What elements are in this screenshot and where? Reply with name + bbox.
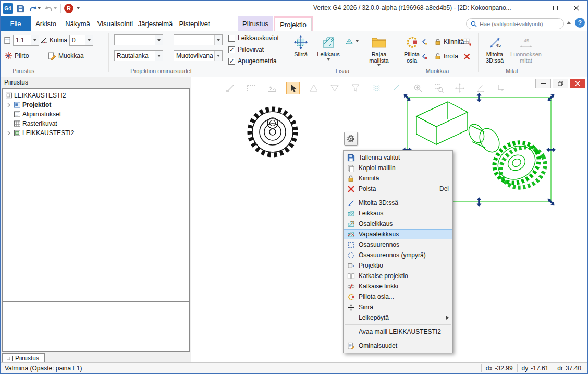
detach-prev-button[interactable] bbox=[421, 51, 431, 62]
zoom-in-tool-icon[interactable] bbox=[411, 82, 425, 94]
quick-settings-gear-button[interactable] bbox=[344, 132, 358, 146]
save-icon bbox=[346, 153, 356, 162]
undo-button[interactable] bbox=[28, 3, 41, 14]
expander-chevron-icon[interactable] bbox=[6, 131, 12, 136]
layers-tool-icon[interactable] bbox=[390, 82, 404, 94]
context-menu-item-piilota-osia[interactable]: Piilota osia... bbox=[344, 292, 452, 302]
context-menu-item-avaa-malli[interactable]: Avaa malli LEIKKAUSTESTI2 bbox=[344, 327, 452, 337]
cone-tool-icon[interactable] bbox=[328, 82, 341, 94]
angle-select[interactable]: 0 bbox=[69, 35, 93, 46]
tree-item-alipiirustukset[interactable]: Alipiirustukset bbox=[3, 110, 189, 119]
remove-link-button[interactable] bbox=[463, 51, 474, 62]
minimize-button[interactable] bbox=[524, 1, 545, 16]
dr-readout: dr 37.40 bbox=[553, 364, 585, 372]
muotoviivana-select[interactable]: Muotoviivana bbox=[174, 50, 223, 61]
piirto-button[interactable]: Piirto bbox=[3, 50, 30, 62]
collapse-ribbon-button[interactable] bbox=[567, 21, 571, 24]
select-tool-icon[interactable] bbox=[286, 82, 300, 94]
expander-chevron-icon[interactable] bbox=[6, 103, 12, 107]
context-menu-item-ominaisuudet[interactable]: Ominaisuudet bbox=[344, 341, 452, 351]
context-menu-item-mitoita-3d[interactable]: Mitoita 3D:ssä bbox=[344, 198, 452, 208]
section-variant-button[interactable] bbox=[344, 35, 360, 47]
corner-arrow-tool-icon[interactable] bbox=[495, 82, 508, 94]
redo-button[interactable] bbox=[44, 3, 57, 14]
drawing-sheet-icon bbox=[6, 92, 12, 99]
checkbox-piiloviivat[interactable]: ✓ Piiloviivat bbox=[228, 45, 264, 54]
mitoita-3d-button[interactable]: 45 Mitoita 3D:ssä bbox=[481, 33, 508, 67]
maximize-button[interactable] bbox=[545, 1, 566, 16]
hide-parts-icon bbox=[346, 293, 356, 301]
funnel-tool-icon[interactable] bbox=[349, 82, 362, 94]
waves-tool-icon[interactable] bbox=[370, 82, 383, 94]
tree-item-model[interactable]: LEIKKAUSTESTI2 bbox=[3, 128, 189, 138]
checkbox-leikkauskuviot[interactable]: Leikkauskuviot bbox=[228, 33, 279, 43]
tab-jarjestelma[interactable]: Järjestelmä bbox=[136, 16, 175, 31]
detach-grid-button[interactable] bbox=[463, 36, 474, 47]
search-input[interactable] bbox=[480, 21, 559, 27]
context-menu-item-siirra[interactable]: Siirrä bbox=[344, 302, 452, 312]
quick-access-toolbar: G4 R bbox=[3, 2, 80, 15]
triangle-tool-icon[interactable] bbox=[307, 82, 321, 94]
context-menu-item-kopioi-malliin[interactable]: Kopioi malliin bbox=[344, 163, 452, 173]
delete-x-icon bbox=[346, 185, 356, 193]
context-menu-item-poista[interactable]: Poista Del bbox=[344, 184, 452, 194]
vertex-logo-icon: R bbox=[64, 4, 74, 13]
rautalanka-select[interactable]: Rautalanka bbox=[114, 50, 163, 61]
context-menu-item-kiinnita[interactable]: Kiinnitä bbox=[344, 173, 452, 184]
tab-pistepilvet[interactable]: Pistepilvet bbox=[175, 16, 214, 31]
scale-select[interactable]: 1:1 bbox=[13, 35, 39, 46]
image-tool-icon[interactable] bbox=[265, 82, 279, 94]
checkbox-apugeometria[interactable]: ✓ Apugeometria bbox=[228, 56, 277, 66]
luonnoksen-mitat-button[interactable]: 45 Luonnoksen mitat bbox=[509, 33, 543, 67]
attach-prev-button[interactable] bbox=[421, 36, 431, 47]
context-menu-item-osasuurennos-ympyra[interactable]: Osasuurennos (ympyrä) bbox=[344, 250, 452, 260]
projection-layer-select[interactable] bbox=[174, 34, 223, 45]
tab-arkisto[interactable]: Arkisto bbox=[31, 16, 61, 31]
close-button[interactable] bbox=[566, 1, 586, 16]
measure-tool-icon[interactable] bbox=[474, 82, 487, 94]
context-menu-item-tallenna-valitut[interactable]: Tallenna valitut bbox=[344, 152, 452, 163]
document-close-button[interactable] bbox=[570, 79, 585, 88]
siirra-button[interactable]: Siirrä bbox=[288, 33, 313, 67]
leikkaus-button[interactable]: Leikkaus bbox=[315, 33, 342, 67]
floating-tool-bar bbox=[224, 82, 508, 94]
edit-pencil-icon bbox=[48, 52, 56, 60]
muokkaa-button[interactable]: Muokkaa bbox=[46, 50, 85, 62]
red-x-icon bbox=[463, 53, 470, 60]
help-button[interactable]: ? bbox=[575, 18, 585, 28]
tab-nakyma[interactable]: Näkymä bbox=[61, 16, 94, 31]
model-tree: LEIKKAUSTESTI2 Projektiot Alipiirustukse… bbox=[2, 88, 190, 301]
redo-dropdown-icon bbox=[54, 7, 57, 9]
paint-tool-icon[interactable] bbox=[224, 82, 237, 94]
context-menu-item-osaleikkaus[interactable]: Osaleikkaus bbox=[344, 219, 452, 229]
projection-style-select[interactable] bbox=[114, 34, 163, 45]
save-button[interactable] bbox=[16, 3, 25, 14]
rajaa-mallista-button[interactable]: Rajaa mallista bbox=[363, 33, 395, 67]
gear-front-view-drawing[interactable] bbox=[238, 97, 308, 167]
context-menu-item-leikepoyta[interactable]: Leikepöytä bbox=[344, 312, 452, 323]
context-menu-item-osasuurennos[interactable]: Osasuurennos bbox=[344, 239, 452, 250]
context-menu-item-katkaise-projektio[interactable]: Katkaise projektio bbox=[344, 271, 452, 281]
context-menu-item-projektio[interactable]: Projektio bbox=[344, 260, 452, 271]
context-menu-item-vapaaleikkaus[interactable]: Vapaaleikkaus bbox=[344, 229, 452, 239]
marquee-tool-icon[interactable] bbox=[244, 82, 258, 94]
tab-projektio[interactable]: Projektio bbox=[274, 16, 313, 31]
section-variant-icon bbox=[345, 37, 353, 45]
tree-item-projektiot[interactable]: Projektiot bbox=[3, 100, 189, 110]
pan-tool-icon[interactable] bbox=[453, 82, 467, 94]
irrota-button[interactable]: Irrota bbox=[433, 51, 460, 62]
tree-item-rasterikuvat[interactable]: Rasterikuvat bbox=[3, 119, 189, 128]
tab-visualisointi[interactable]: Visualisointi bbox=[94, 16, 136, 31]
tab-piirustus[interactable]: Piirustus bbox=[238, 16, 273, 31]
app-icon[interactable]: G4 bbox=[3, 3, 13, 14]
context-menu-item-katkaise-linkki[interactable]: Katkaise linkki bbox=[344, 281, 452, 292]
zoom-area-tool-icon[interactable] bbox=[432, 82, 446, 94]
kiinnita-button[interactable]: Kiinnitä bbox=[433, 36, 466, 47]
document-minimize-button[interactable] bbox=[535, 79, 551, 88]
tree-item-drawing-root[interactable]: LEIKKAUSTESTI2 bbox=[3, 91, 189, 100]
qat-customize-button[interactable] bbox=[77, 7, 80, 9]
sidebar-secondary-panel bbox=[2, 301, 190, 352]
document-restore-button[interactable] bbox=[553, 79, 568, 88]
tab-file[interactable]: File bbox=[1, 16, 31, 31]
context-menu-item-leikkaus[interactable]: Leikkaus bbox=[344, 208, 452, 219]
